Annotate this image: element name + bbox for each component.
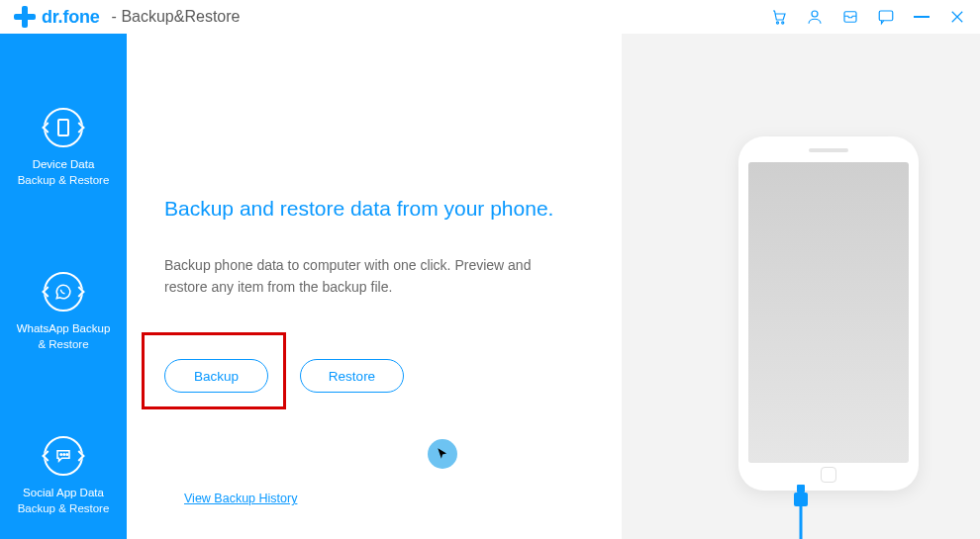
whatsapp-backup-icon bbox=[44, 272, 83, 312]
svg-rect-4 bbox=[879, 11, 893, 21]
backup-button[interactable]: Backup bbox=[164, 359, 268, 393]
sidebar-item-label: & Restore bbox=[17, 337, 111, 353]
sidebar-item-label: Backup & Restore bbox=[18, 173, 110, 189]
main-left: Backup and restore data from your phone.… bbox=[127, 34, 622, 539]
sidebar-item-device-data[interactable]: Device Data Backup & Restore bbox=[12, 108, 116, 188]
minimize-button[interactable] bbox=[913, 8, 931, 26]
close-button[interactable] bbox=[948, 8, 966, 26]
inbox-icon[interactable] bbox=[841, 8, 859, 26]
svg-point-0 bbox=[776, 22, 778, 24]
svg-rect-8 bbox=[797, 485, 805, 493]
device-data-icon bbox=[44, 108, 83, 147]
sidebar-item-label: Social App Data bbox=[18, 486, 110, 501]
svg-point-6 bbox=[63, 454, 65, 456]
brand-logo: dr.fone - Backup&Restore bbox=[14, 6, 240, 28]
titlebar-actions bbox=[770, 8, 966, 26]
action-buttons: Backup Restore bbox=[164, 359, 622, 393]
page-description: Backup phone data to computer with one c… bbox=[164, 255, 570, 298]
svg-point-7 bbox=[66, 454, 68, 456]
device-preview-panel bbox=[622, 34, 980, 539]
svg-rect-10 bbox=[800, 506, 803, 539]
phone-screen bbox=[748, 162, 909, 463]
svg-point-1 bbox=[782, 22, 784, 24]
app-body: Device Data Backup & Restore WhatsApp Ba… bbox=[0, 34, 980, 539]
brand-text: dr.fone bbox=[42, 7, 100, 28]
phone-home-button bbox=[821, 467, 836, 483]
sidebar-item-label: Device Data bbox=[18, 157, 110, 173]
svg-rect-3 bbox=[844, 12, 856, 23]
logo-cross-icon bbox=[14, 6, 36, 28]
titlebar: dr.fone - Backup&Restore bbox=[0, 0, 980, 34]
sidebar-item-whatsapp[interactable]: WhatsApp Backup & Restore bbox=[11, 272, 117, 352]
main: Backup and restore data from your phone.… bbox=[127, 34, 980, 539]
phone-mockup bbox=[738, 136, 919, 491]
usb-cable-icon bbox=[791, 485, 811, 539]
svg-rect-9 bbox=[794, 493, 808, 506]
social-app-icon bbox=[44, 436, 83, 476]
sidebar-item-label: WhatsApp Backup bbox=[17, 321, 111, 337]
sidebar-item-label: Backup & Restore bbox=[18, 501, 110, 517]
cart-icon[interactable] bbox=[770, 8, 788, 26]
svg-point-2 bbox=[812, 11, 818, 17]
page-heading: Backup and restore data from your phone. bbox=[164, 197, 622, 221]
view-backup-history-link[interactable]: View Backup History bbox=[184, 492, 297, 505]
sidebar-item-social-app[interactable]: Social App Data Backup & Restore bbox=[12, 436, 116, 516]
title-suffix: - Backup&Restore bbox=[112, 8, 241, 26]
app-window: dr.fone - Backup&Restore bbox=[0, 0, 980, 539]
restore-button[interactable]: Restore bbox=[300, 359, 404, 393]
svg-point-5 bbox=[60, 454, 62, 456]
sidebar: Device Data Backup & Restore WhatsApp Ba… bbox=[0, 34, 127, 539]
account-icon[interactable] bbox=[806, 8, 824, 26]
feedback-icon[interactable] bbox=[877, 8, 895, 26]
